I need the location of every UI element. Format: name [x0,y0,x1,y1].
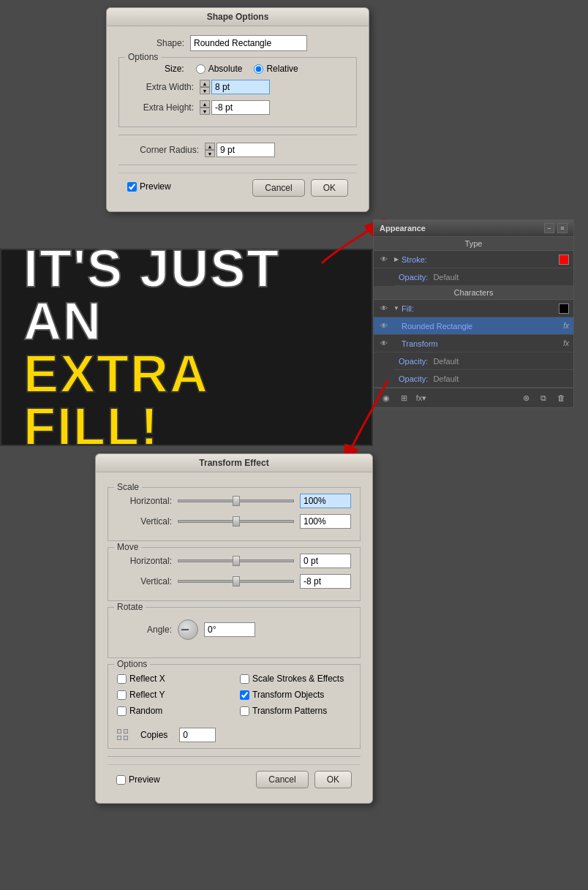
copies-icon-cell-2 [124,729,128,734]
absolute-radio[interactable] [196,64,206,74]
ok-button[interactable]: OK [311,179,348,197]
transform-row[interactable]: 👁 Transform fx [374,335,573,352]
scale-group-label: Scale [114,482,142,492]
panel-footer-delete-btn[interactable]: 🗑 [554,391,568,404]
angle-input[interactable] [204,622,255,637]
panel-menu-btn[interactable]: ≡ [557,223,568,233]
panel-footer-copy-btn[interactable]: ⧉ [537,391,550,404]
cancel-button[interactable]: Cancel [252,179,304,197]
stroke-link[interactable]: Stroke: [402,255,427,264]
fill-row: 👁 ▼ Fill: [374,300,573,317]
relative-radio[interactable] [254,64,263,74]
panel-footer-hide-btn[interactable]: ⊗ [519,391,532,404]
scale-v-input[interactable] [300,514,351,529]
move-h-track[interactable] [178,559,294,562]
transform-ok-button[interactable]: OK [314,771,352,788]
stroke-opacity-link[interactable]: Opacity: [399,273,428,282]
extra-width-down[interactable]: ▼ [200,87,210,94]
appearance-title: Appearance [380,224,426,233]
transform-cancel-button[interactable]: Cancel [256,771,308,788]
copies-icon-cell-3 [117,736,121,740]
panel-minimize-btn[interactable]: − [544,223,554,233]
extra-height-down[interactable]: ▼ [200,108,210,115]
fill-link[interactable]: Fill: [402,304,414,313]
scale-h-thumb[interactable] [233,496,240,506]
transform-patterns-row: Transform Patterns [240,706,351,716]
stroke-opacity-row: Opacity: Default [394,268,573,286]
corner-radius-up[interactable]: ▲ [205,143,215,150]
angle-dial[interactable] [178,619,198,640]
rounded-rect-label[interactable]: Rounded Rectangle [402,322,560,331]
relative-option[interactable]: Relative [254,64,298,74]
extra-height-stepper[interactable]: ▲ ▼ [200,100,210,115]
absolute-option[interactable]: Absolute [196,64,243,74]
angle-row: Angle: [117,614,351,646]
move-h-thumb[interactable] [233,556,240,566]
move-group: Move Horizontal: Vertical: [108,547,361,601]
scale-v-track[interactable] [178,520,294,523]
stroke-triangle[interactable]: ▶ [393,256,400,263]
extra-width-stepper[interactable]: ▲ ▼ [200,80,210,94]
shape-select[interactable]: Rounded Rectangle [190,35,307,51]
shape-row: Shape: Rounded Rectangle [118,35,357,51]
extra-height-up[interactable]: ▲ [200,100,210,108]
transform-options-group: Options Reflect X Scale Strokes & Effect… [108,664,361,749]
reflect-x-label: Reflect X [129,674,165,684]
panel-footer-grid-btn[interactable]: ⊞ [397,391,410,404]
transform-preview-checkbox[interactable] [116,775,126,785]
extra-height-input[interactable] [211,100,270,115]
transform-objects-row: Transform Objects [240,690,351,700]
move-v-track[interactable] [178,580,294,583]
opacity-link-3[interactable]: Opacity: [399,374,428,383]
transform-preview-label: Preview [129,774,160,785]
move-group-label: Move [114,542,141,552]
panel-footer-circle-btn[interactable]: ◉ [380,391,393,404]
angle-line [181,629,189,630]
extra-width-input[interactable] [211,80,270,94]
reflect-y-checkbox[interactable] [117,690,127,700]
transform-patterns-checkbox[interactable] [240,706,249,716]
corner-radius-stepper[interactable]: ▲ ▼ [205,143,215,157]
scale-h-input[interactable] [300,494,351,508]
move-v-label: Vertical: [117,576,172,587]
reflect-x-checkbox[interactable] [117,674,127,684]
corner-radius-input[interactable] [216,143,275,157]
corner-radius-down[interactable]: ▼ [205,150,215,157]
scale-strokes-row: Scale Strokes & Effects [240,674,351,684]
copies-input[interactable] [179,728,216,742]
extra-height-row: Extra Height: ▲ ▼ [128,100,347,115]
copies-row: Copies [117,728,351,742]
transform-objects-checkbox[interactable] [240,690,249,700]
extra-width-up[interactable]: ▲ [200,80,210,87]
stroke-label: Stroke: [402,255,556,264]
transform-preview-row: Preview [116,774,250,785]
fill-eye[interactable]: 👁 [378,303,390,314]
panel-footer-fx-btn[interactable]: fx▾ [415,391,428,404]
rounded-rect-fx: fx [563,322,569,330]
panel-controls: − ≡ [544,223,568,233]
transform-eye[interactable]: 👁 [378,338,390,350]
corner-radius-label: Corner Radius: [118,145,199,155]
scale-v-label: Vertical: [117,516,172,527]
scale-v-thumb[interactable] [233,516,240,527]
scale-strokes-label: Scale Strokes & Effects [252,674,344,684]
copies-icon-cell-4 [124,736,128,740]
absolute-label: Absolute [208,64,243,74]
move-v-thumb[interactable] [233,576,240,587]
move-v-input[interactable] [300,574,351,589]
scale-h-track[interactable] [178,499,294,502]
scale-group: Scale Horizontal: Vertical: [108,487,361,541]
transform-label[interactable]: Transform [402,339,560,348]
fill-swatch[interactable] [559,303,569,314]
random-checkbox[interactable] [117,706,127,716]
stroke-eye[interactable]: 👁 [378,254,390,265]
scale-strokes-checkbox[interactable] [240,674,249,684]
opacity-link-2[interactable]: Opacity: [399,357,428,366]
stroke-swatch[interactable] [559,254,569,265]
preview-checkbox[interactable] [127,182,137,192]
rounded-rect-row[interactable]: 👁 Rounded Rectangle fx [374,317,573,335]
rounded-rect-eye[interactable]: 👁 [378,320,390,332]
fill-triangle[interactable]: ▼ [393,305,400,312]
appearance-panel-footer: ◉ ⊞ fx▾ ⊗ ⧉ 🗑 [374,388,573,407]
move-h-input[interactable] [300,554,351,568]
